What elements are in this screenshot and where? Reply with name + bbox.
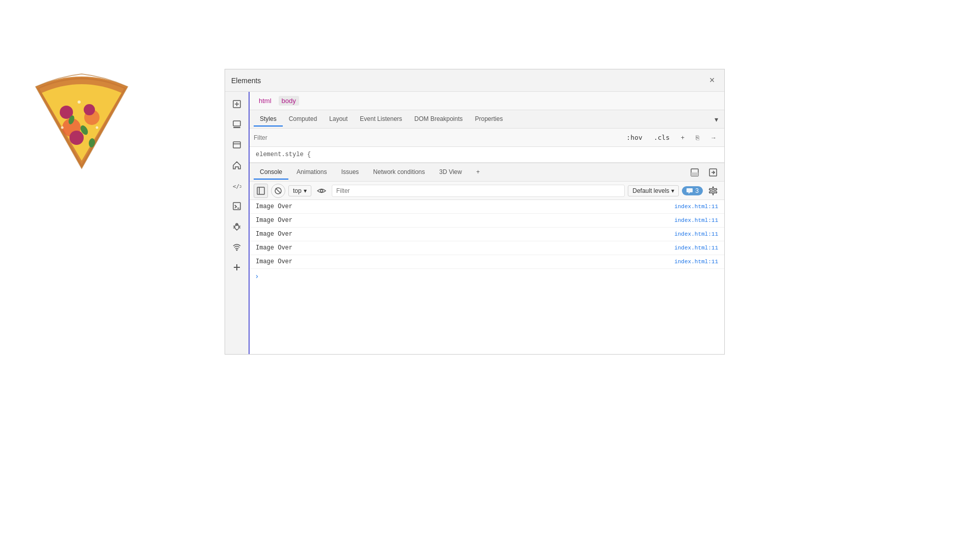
arrow-button[interactable]: → xyxy=(707,133,720,143)
code-icon[interactable]: </> xyxy=(229,178,245,194)
svg-point-3 xyxy=(84,104,95,115)
message-source-5[interactable]: index.html:11 xyxy=(674,259,718,265)
svg-point-42 xyxy=(320,189,323,192)
svg-line-29 xyxy=(233,228,235,228)
bug-icon[interactable] xyxy=(229,218,245,235)
svg-point-32 xyxy=(236,249,238,251)
message-text-5: Image Over xyxy=(256,258,292,265)
devtools-body: </> xyxy=(225,92,724,354)
tab-properties[interactable]: Properties xyxy=(469,112,509,127)
breadcrumb: html body xyxy=(250,92,724,110)
table-row: Image Over index.html:11 xyxy=(250,200,724,214)
tabs-overflow-button[interactable]: ▾ xyxy=(713,113,720,126)
message-text-2: Image Over xyxy=(256,217,292,224)
message-text-1: Image Over xyxy=(256,203,292,210)
breadcrumb-body[interactable]: body xyxy=(279,96,299,106)
context-label: top xyxy=(293,187,302,194)
svg-line-22 xyxy=(235,205,236,207)
message-source-2[interactable]: index.html:11 xyxy=(674,217,718,223)
wifi-icon[interactable] xyxy=(229,239,245,255)
element-style-code: element.style { xyxy=(256,151,311,158)
svg-point-9 xyxy=(96,127,99,129)
tab-event-listeners[interactable]: Event Listeners xyxy=(354,112,408,127)
undock-icon[interactable] xyxy=(706,165,720,180)
close-button[interactable]: × xyxy=(706,74,718,87)
console-sidebar-button[interactable] xyxy=(254,184,268,198)
message-text-4: Image Over xyxy=(256,244,292,252)
svg-line-27 xyxy=(233,226,235,227)
devtools-header: Elements × xyxy=(225,69,724,92)
table-row: Image Over index.html:11 xyxy=(250,214,724,228)
tab-styles[interactable]: Styles xyxy=(254,112,283,127)
styles-filter-input[interactable] xyxy=(254,134,619,141)
log-levels-label: Default levels xyxy=(632,187,669,194)
svg-text:</>: </> xyxy=(233,183,241,190)
copy-style-button[interactable]: ⎘ xyxy=(692,133,703,143)
svg-rect-19 xyxy=(233,203,240,210)
add-tab-button[interactable]: + xyxy=(470,165,486,180)
svg-line-30 xyxy=(239,228,240,228)
svg-point-2 xyxy=(69,131,84,145)
table-row: Image Over index.html:11 xyxy=(250,241,724,255)
cls-button[interactable]: .cls xyxy=(650,132,673,143)
expand-console-button[interactable]: › xyxy=(250,269,724,283)
svg-rect-14 xyxy=(233,121,240,126)
console-messages: Image Over index.html:11 Image Over inde… xyxy=(250,200,724,354)
message-text-3: Image Over xyxy=(256,231,292,238)
svg-rect-38 xyxy=(257,187,264,194)
styles-content: element.style { xyxy=(250,147,724,163)
add-panel-icon[interactable] xyxy=(229,259,245,276)
console-tabs-row: Console Animations Issues Network condit… xyxy=(250,163,724,182)
svg-point-8 xyxy=(78,101,81,104)
tab-animations[interactable]: Animations xyxy=(290,165,333,180)
console-toolbar: top ▾ Default levels ▾ xyxy=(250,182,724,200)
tab-layout[interactable]: Layout xyxy=(323,112,354,127)
message-count-badge[interactable]: 3 xyxy=(682,186,703,195)
add-style-button[interactable]: + xyxy=(677,133,688,143)
svg-point-43 xyxy=(712,189,715,192)
table-row: Image Over index.html:11 xyxy=(250,255,724,269)
devtools-sidebar: </> xyxy=(225,92,250,354)
log-levels-dropdown-icon: ▾ xyxy=(671,187,674,194)
tab-computed[interactable]: Computed xyxy=(283,112,323,127)
window-icon[interactable] xyxy=(229,137,245,153)
svg-rect-15 xyxy=(233,127,240,128)
console-filter-input[interactable] xyxy=(332,185,625,197)
clear-console-button[interactable] xyxy=(271,184,285,198)
tab-network-conditions[interactable]: Network conditions xyxy=(367,165,431,180)
filter-actions: :hov .cls + ⎘ → xyxy=(623,132,720,143)
svg-point-10 xyxy=(61,127,64,129)
devtools-panel: Elements × xyxy=(225,69,725,355)
pizza-svg xyxy=(31,71,133,173)
message-source-1[interactable]: index.html:11 xyxy=(674,204,718,210)
tab-3d-view[interactable]: 3D View xyxy=(433,165,468,180)
dock-icon[interactable] xyxy=(688,165,702,180)
message-source-3[interactable]: index.html:11 xyxy=(674,231,718,237)
devtools-tabs-row: Styles Computed Layout Event Listeners D… xyxy=(250,110,724,129)
message-count: 3 xyxy=(695,187,699,194)
svg-rect-16 xyxy=(233,142,240,148)
hov-button[interactable]: :hov xyxy=(623,132,646,143)
console-tab-actions xyxy=(688,165,720,180)
context-selector[interactable]: top ▾ xyxy=(288,185,311,196)
message-source-4[interactable]: index.html:11 xyxy=(674,245,718,251)
tab-dom-breakpoints[interactable]: DOM Breakpoints xyxy=(408,112,469,127)
breadcrumb-html[interactable]: html xyxy=(256,96,275,106)
log-levels-selector[interactable]: Default levels ▾ xyxy=(628,185,679,196)
terminal-icon[interactable] xyxy=(229,198,245,214)
eye-button[interactable] xyxy=(314,184,329,198)
console-panel: Console Animations Issues Network condit… xyxy=(250,163,724,354)
devtools-main: html body Styles Computed Layout Event L… xyxy=(250,92,724,354)
pizza-image xyxy=(31,71,158,199)
layers-icon[interactable] xyxy=(229,116,245,133)
svg-rect-36 xyxy=(691,172,698,176)
home-icon[interactable] xyxy=(229,157,245,173)
context-dropdown-icon: ▾ xyxy=(304,187,307,194)
tab-console[interactable]: Console xyxy=(254,165,288,180)
console-settings-button[interactable] xyxy=(706,184,720,198)
table-row: Image Over index.html:11 xyxy=(250,228,724,241)
svg-line-28 xyxy=(239,226,240,227)
filter-bar: :hov .cls + ⎘ → xyxy=(250,129,724,147)
cursor-icon[interactable] xyxy=(229,96,245,112)
tab-issues[interactable]: Issues xyxy=(335,165,365,180)
